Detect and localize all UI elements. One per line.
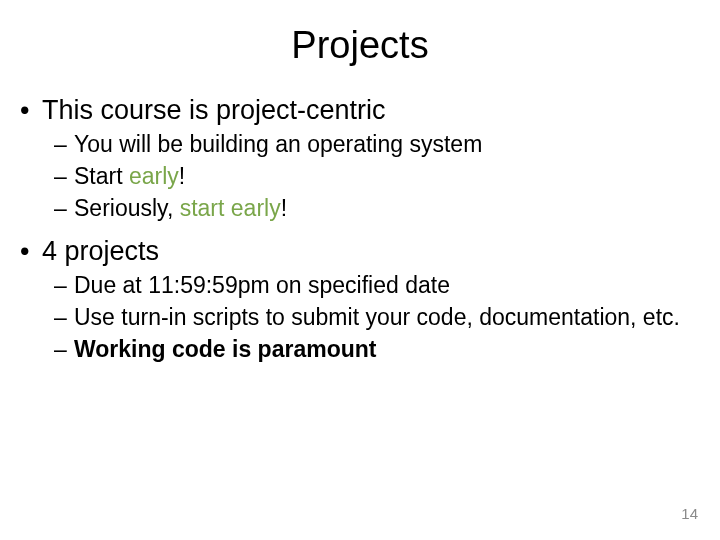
slide-content: • This course is project-centric – You w…: [16, 95, 704, 364]
bullet-text: Use turn-in scripts to submit your code,…: [74, 303, 704, 332]
bullet-dash-icon: –: [54, 271, 74, 300]
bullet-text: Due at 11:59:59pm on specified date: [74, 271, 704, 300]
text-frag: !: [179, 163, 185, 189]
slide: Projects • This course is project-centri…: [0, 0, 720, 540]
bullet-text: Seriously, start early!: [74, 194, 704, 223]
bullet-level1: • 4 projects: [20, 236, 704, 267]
bullet-dot-icon: •: [20, 236, 42, 267]
bullet-dash-icon: –: [54, 162, 74, 191]
bullet-text: This course is project-centric: [42, 95, 386, 126]
bullet-level2: – Seriously, start early!: [54, 194, 704, 223]
bullet-dash-icon: –: [54, 335, 74, 364]
slide-title: Projects: [16, 24, 704, 67]
bullet-level2: – Use turn-in scripts to submit your cod…: [54, 303, 704, 332]
text-frag: !: [281, 195, 287, 221]
bullet-text: You will be building an operating system: [74, 130, 704, 159]
bullet-level2: – Due at 11:59:59pm on specified date: [54, 271, 704, 300]
bullet-text: 4 projects: [42, 236, 159, 267]
bullet-text: Start early!: [74, 162, 704, 191]
text-frag: Start: [74, 163, 129, 189]
bullet-dash-icon: –: [54, 194, 74, 223]
bullet-dash-icon: –: [54, 130, 74, 159]
emphasis-text: start early: [180, 195, 281, 221]
bullet-dot-icon: •: [20, 95, 42, 126]
bullet-level2: – Start early!: [54, 162, 704, 191]
page-number: 14: [681, 505, 698, 522]
bullet-level1: • This course is project-centric: [20, 95, 704, 126]
bullet-level2: – Working code is paramount: [54, 335, 704, 364]
text-frag: Seriously,: [74, 195, 180, 221]
emphasis-text: early: [129, 163, 179, 189]
bullet-level2: – You will be building an operating syst…: [54, 130, 704, 159]
bullet-text-bold: Working code is paramount: [74, 335, 704, 364]
bullet-dash-icon: –: [54, 303, 74, 332]
